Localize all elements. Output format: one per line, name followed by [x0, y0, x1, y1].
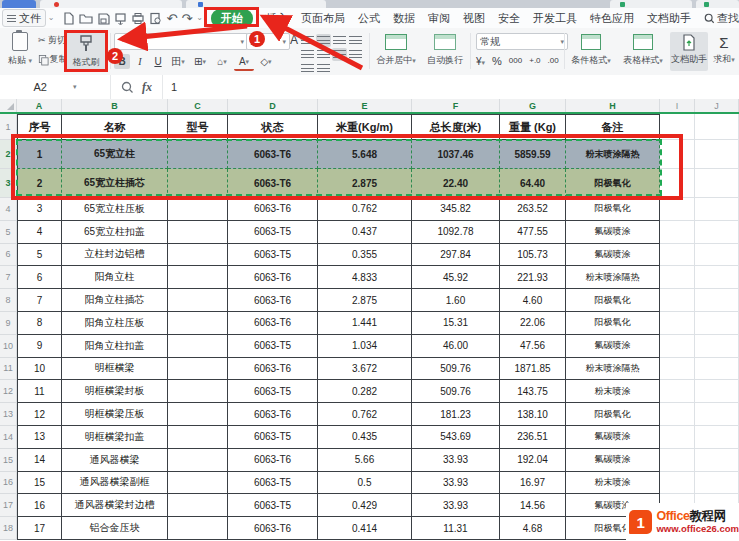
- table-cell[interactable]: 47.56: [500, 335, 566, 358]
- table-cell[interactable]: [168, 335, 228, 358]
- empty-cell[interactable]: [695, 312, 739, 335]
- row-header-12[interactable]: 12: [0, 380, 17, 403]
- table-cell[interactable]: 6: [17, 266, 62, 289]
- table-cell[interactable]: 65宽立柱压板: [62, 198, 168, 221]
- table-cell[interactable]: 粉末喷涂: [566, 380, 660, 403]
- table-cell[interactable]: 105.73: [500, 244, 566, 267]
- table-header-cell[interactable]: 状态: [228, 114, 318, 140]
- table-cell[interactable]: 6063-T6: [228, 517, 318, 540]
- column-header-H[interactable]: H: [566, 99, 660, 112]
- table-cell[interactable]: 6063-T6: [228, 449, 318, 472]
- table-cell[interactable]: 6063-T5: [228, 244, 318, 267]
- column-header-G[interactable]: G: [500, 99, 566, 112]
- magnifier-icon[interactable]: [121, 81, 134, 94]
- empty-cell[interactable]: [660, 426, 695, 449]
- print-icon[interactable]: [131, 12, 145, 25]
- wrap-text-button[interactable]: 自动换行: [424, 34, 466, 67]
- row-header-3[interactable]: 3: [0, 169, 17, 198]
- row-header-14[interactable]: 14: [0, 426, 17, 449]
- table-cell[interactable]: 9: [17, 335, 62, 358]
- row-header-7[interactable]: 7: [0, 266, 17, 289]
- table-cell[interactable]: 0.414: [318, 517, 412, 540]
- text-orientation-button[interactable]: [316, 62, 331, 75]
- table-cell[interactable]: 5859.59: [500, 140, 566, 169]
- column-header-E[interactable]: E: [318, 99, 412, 112]
- row-header-15[interactable]: 15: [0, 449, 17, 472]
- menu-tab-0[interactable]: 开始: [211, 9, 253, 28]
- thousand-separator-button[interactable]: 000: [509, 57, 522, 66]
- increase-indent-button[interactable]: [300, 48, 315, 61]
- row-header-17[interactable]: 17: [0, 494, 17, 517]
- table-cell[interactable]: 明框横梁: [62, 358, 168, 381]
- number-format-combobox[interactable]: 常规▾: [476, 33, 568, 50]
- table-cell[interactable]: 阳极氧化: [566, 289, 660, 312]
- new-document-icon[interactable]: [62, 12, 75, 25]
- column-header-I[interactable]: I: [660, 99, 695, 112]
- table-cell[interactable]: 2: [17, 169, 62, 198]
- column-header-A[interactable]: A: [17, 99, 62, 112]
- copy-button[interactable]: 复制: [38, 53, 66, 66]
- empty-cell[interactable]: [695, 403, 739, 426]
- table-cell[interactable]: 543.69: [412, 426, 500, 449]
- table-cell[interactable]: 263.52: [500, 198, 566, 221]
- align-top-button[interactable]: [300, 34, 315, 47]
- table-cell[interactable]: 阳极氧化: [566, 198, 660, 221]
- column-header-B[interactable]: B: [62, 99, 168, 112]
- table-cell[interactable]: 阳极氧化: [566, 403, 660, 426]
- table-cell[interactable]: [168, 266, 228, 289]
- table-cell[interactable]: [168, 358, 228, 381]
- table-cell[interactable]: 8: [17, 312, 62, 335]
- select-all-corner[interactable]: [0, 99, 17, 112]
- column-header-J[interactable]: J: [695, 99, 739, 112]
- table-cell[interactable]: 6063-T6: [228, 140, 318, 169]
- table-cell[interactable]: 5.66: [318, 449, 412, 472]
- redo-icon[interactable]: ↷: [181, 12, 192, 25]
- table-cell[interactable]: 粉末喷涂隔热: [566, 358, 660, 381]
- table-cell[interactable]: [168, 494, 228, 517]
- table-cell[interactable]: 氟碳喷涂: [566, 335, 660, 358]
- italic-button[interactable]: I: [132, 54, 148, 69]
- table-cell[interactable]: 7: [17, 289, 62, 312]
- table-cell[interactable]: 阳极氧化: [566, 312, 660, 335]
- doc-tab[interactable]: [610, 0, 692, 8]
- doc-tab-active[interactable]: [2, 0, 36, 8]
- table-cell[interactable]: [168, 380, 228, 403]
- table-cell[interactable]: 2.875: [318, 169, 412, 198]
- table-cell[interactable]: 5: [17, 244, 62, 267]
- empty-cell[interactable]: [695, 114, 739, 140]
- menu-tab-6[interactable]: 视图: [463, 11, 485, 26]
- table-cell[interactable]: 15: [17, 472, 62, 495]
- table-cell[interactable]: 16.97: [500, 472, 566, 495]
- table-cell[interactable]: 0.437: [318, 221, 412, 244]
- table-cell[interactable]: [168, 289, 228, 312]
- table-cell[interactable]: [168, 403, 228, 426]
- table-cell[interactable]: 13: [17, 426, 62, 449]
- table-cell[interactable]: 6063-T6: [228, 169, 318, 198]
- menu-tab-4[interactable]: 数据: [393, 11, 415, 26]
- align-middle-button[interactable]: [316, 34, 331, 47]
- bold-button[interactable]: B: [114, 54, 130, 69]
- align-right-button[interactable]: [348, 48, 363, 61]
- open-folder-icon[interactable]: [79, 12, 93, 25]
- table-cell[interactable]: 236.51: [500, 426, 566, 449]
- table-cell[interactable]: 46.00: [412, 335, 500, 358]
- empty-cell[interactable]: [695, 169, 739, 198]
- table-cell[interactable]: 铝合金压块: [62, 517, 168, 540]
- row-header-10[interactable]: 10: [0, 335, 17, 358]
- table-cell[interactable]: 立柱封边铝槽: [62, 244, 168, 267]
- table-cell[interactable]: 22.40: [412, 169, 500, 198]
- table-cell[interactable]: 氟碳喷涂: [566, 221, 660, 244]
- table-cell[interactable]: 6063-T5: [228, 494, 318, 517]
- table-cell[interactable]: 6063-T6: [228, 312, 318, 335]
- output-icon[interactable]: [114, 12, 127, 25]
- menu-tab-1[interactable]: 插入: [266, 11, 288, 26]
- empty-cell[interactable]: [695, 449, 739, 472]
- table-cell[interactable]: [168, 517, 228, 540]
- format-painter-button[interactable]: 格式刷: [66, 32, 106, 71]
- row-header-2[interactable]: 2: [0, 140, 17, 169]
- empty-cell[interactable]: [695, 380, 739, 403]
- shading-button[interactable]: ⊞▾: [190, 54, 210, 69]
- table-cell[interactable]: 阳极氧化: [566, 169, 660, 198]
- table-cell[interactable]: 0.762: [318, 403, 412, 426]
- table-cell[interactable]: 15.31: [412, 312, 500, 335]
